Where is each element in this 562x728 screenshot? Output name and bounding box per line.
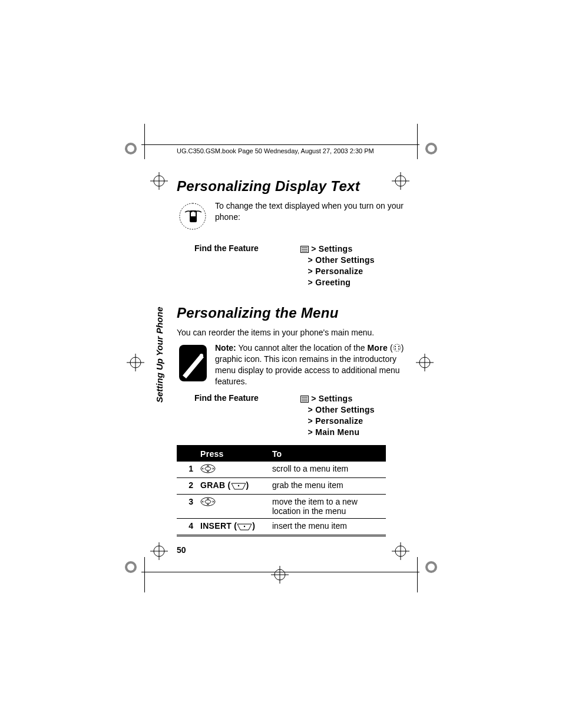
- reg-mark: [150, 172, 168, 190]
- running-header: UG.C350.GSM.book Page 50 Wednesday, Augu…: [177, 147, 412, 154]
- press-cell: INSERT (): [197, 518, 269, 535]
- col-header-to: To: [269, 446, 386, 461]
- section-tab: Setting Up Your Phone: [154, 393, 164, 403]
- to-cell: move the item to a new location in the m…: [269, 494, 386, 518]
- step-number: 2: [177, 477, 197, 494]
- table-header-row: Press To: [177, 446, 386, 461]
- step-number: 3: [177, 494, 197, 518]
- svg-point-3: [428, 145, 435, 152]
- find-the-feature-label: Find the Feature: [177, 393, 300, 403]
- right-softkey-icon: [237, 523, 252, 532]
- menu-path: > Settings > Other Settings > Personaliz…: [300, 243, 375, 288]
- svg-point-7: [428, 564, 435, 571]
- to-cell: insert the menu item: [269, 518, 386, 535]
- crop-line: [417, 124, 418, 159]
- svg-point-40: [395, 348, 396, 350]
- svg-point-50: [205, 500, 211, 503]
- press-cell: GRAB (): [197, 477, 269, 494]
- page-number: 50: [177, 545, 186, 555]
- heading-personalizing-the-menu: Personalizing the Menu: [177, 305, 412, 321]
- reg-mark: [150, 542, 168, 560]
- menu-key-icon: [300, 394, 309, 401]
- table-row: 2 GRAB () grab the menu item: [177, 477, 386, 494]
- more-icon: [393, 344, 401, 352]
- crop-line: [144, 557, 145, 592]
- intro-text: To change the text displayed when you tu…: [215, 200, 412, 223]
- network-feature-icon: [177, 200, 209, 233]
- svg-point-47: [205, 467, 211, 470]
- reg-mark: [127, 354, 144, 371]
- crop-mark: [424, 141, 438, 156]
- svg-point-51: [244, 525, 245, 526]
- svg-point-5: [127, 564, 134, 571]
- table-row: 4 INSERT () insert the menu item: [177, 518, 386, 535]
- to-cell: grab the menu item: [269, 477, 386, 494]
- reg-mark: [271, 566, 289, 584]
- intro-text-2: You can reorder the items in your phone'…: [177, 327, 412, 338]
- svg-point-41: [398, 348, 399, 350]
- reg-mark: [416, 354, 434, 371]
- nav-key-icon: [200, 497, 216, 508]
- press-cell: [197, 461, 269, 477]
- heading-personalizing-display-text: Personalizing Display Text: [177, 178, 412, 195]
- svg-point-36: [200, 354, 203, 357]
- step-number: 1: [177, 461, 197, 477]
- svg-point-37: [394, 344, 401, 351]
- svg-point-48: [237, 485, 239, 486]
- svg-point-1: [127, 145, 134, 152]
- svg-point-38: [395, 346, 396, 347]
- step-number: 4: [177, 518, 197, 535]
- col-header-press: Press: [197, 446, 269, 461]
- find-the-feature-label: Find the Feature: [177, 243, 300, 253]
- crop-line: [144, 124, 145, 159]
- table-row: 1 scroll to a menu item: [177, 461, 386, 477]
- crop-mark: [124, 560, 138, 574]
- table-row: 3 move the item to a new location in the…: [177, 494, 386, 518]
- to-cell: scroll to a menu item: [269, 461, 386, 477]
- steps-table: Press To 1 scroll to a menu item 2 GRAB …: [177, 445, 386, 536]
- crop-line: [141, 572, 419, 572]
- menu-path: > Settings > Other Settings > Personaliz…: [300, 393, 375, 438]
- note-text: Note: You cannot alter the location of t…: [215, 342, 412, 387]
- nav-key-icon: [200, 464, 216, 475]
- crop-mark: [124, 141, 138, 156]
- crop-mark: [424, 560, 438, 574]
- note-icon: [177, 342, 209, 386]
- press-cell: [197, 494, 269, 518]
- menu-key-icon: [300, 245, 309, 252]
- svg-point-39: [398, 346, 399, 347]
- reg-mark: [392, 542, 409, 560]
- right-softkey-icon: [231, 482, 246, 492]
- crop-line: [417, 557, 418, 592]
